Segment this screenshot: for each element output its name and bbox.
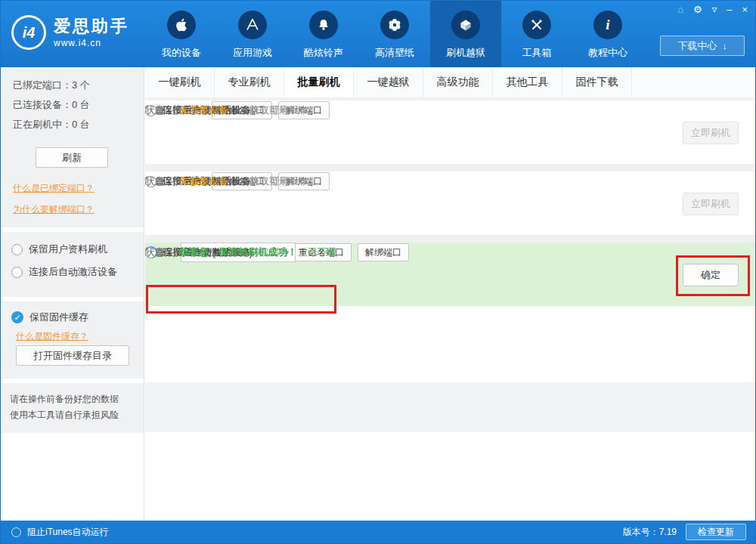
close-icon[interactable]: ×: [742, 4, 748, 16]
nav-tutorials[interactable]: i 教程中心: [572, 1, 643, 67]
stat-connected-devices: 已连接设备：0 台: [13, 98, 90, 112]
apple-icon: [167, 11, 196, 39]
status-label: 状态：: [145, 175, 175, 188]
skin-icon[interactable]: ▿: [712, 4, 717, 16]
keep-cache-option[interactable]: ✓ 保留固件缓存: [11, 311, 88, 324]
block-itunes-label: 阻止iTunes自动运行: [27, 526, 109, 539]
status-label: 状态：: [145, 246, 175, 259]
port-row-1: 端口： 1号线 重命名端口 解绑端口 固件： 连接设备将自动获取可刷版本 设备：…: [145, 100, 755, 164]
what-is-cache-link[interactable]: 什么是固件缓存？: [16, 330, 88, 343]
port-rows: 端口： 1号线 重命名端口 解绑端口 固件： 连接设备将自动获取可刷版本 设备：…: [145, 97, 755, 306]
status-label: 状态：: [145, 104, 175, 117]
keep-data-radio[interactable]: [11, 244, 23, 255]
open-cache-dir-button[interactable]: 打开固件缓存目录: [16, 345, 129, 366]
bell-icon: [309, 11, 338, 39]
refresh-button[interactable]: 刷新: [36, 147, 108, 168]
status-value: 未连接设备: [179, 104, 228, 117]
nav-wallpapers[interactable]: 高清壁纸: [359, 1, 430, 67]
flash-now-button[interactable]: 立即刷机: [683, 193, 739, 215]
flash-tabs: 一键刷机 专业刷机 批量刷机 一键越狱 高级功能 其他工具 固件下载: [145, 67, 755, 97]
keep-data-option[interactable]: 保留用户资料刷机: [11, 243, 107, 256]
logo-icon: i4: [11, 15, 46, 50]
nav-toolbox[interactable]: 工具箱: [501, 1, 572, 67]
nav-my-devices[interactable]: 我的设备: [146, 1, 217, 67]
auto-activate-option[interactable]: 连接后自动激活设备: [11, 265, 117, 279]
gear-icon[interactable]: ⚙: [693, 4, 702, 16]
appstore-icon: [238, 11, 267, 39]
stat-flashing-count: 正在刷机中：0 台: [13, 118, 90, 131]
tab-one-click-jailbreak[interactable]: 一键越狱: [354, 67, 423, 97]
backup-warning-text: 请在操作前备份好您的数据 使用本工具请自行承担风险: [10, 391, 119, 423]
tab-advanced-functions[interactable]: 高级功能: [423, 67, 493, 97]
window-controls: ⌂ ⚙ ▿ – ×: [677, 4, 748, 16]
tab-batch-flash[interactable]: 批量刷机: [284, 67, 354, 97]
keep-data-label: 保留用户资料刷机: [29, 243, 107, 256]
main-content: 端口： 1号线 重命名端口 解绑端口 固件： 连接设备将自动获取可刷版本 设备：…: [145, 97, 755, 521]
nav-label: 教程中心: [588, 46, 627, 60]
sidebar-stats-section: 已绑定端口：3 个 已连接设备：0 台 正在刷机中：0 台 刷新 什么是已绑定端…: [1, 67, 144, 227]
flash-now-button[interactable]: 立即刷机: [683, 122, 739, 144]
port-row-2: 端口： 2号线 重命名端口 解绑端口 固件： 连接设备将自动获取可刷版本 设备：…: [145, 172, 755, 235]
confirm-button[interactable]: 确定: [683, 264, 739, 286]
app-url: www.i4.cn: [54, 38, 129, 48]
download-arrow-icon: ↓: [722, 40, 727, 51]
version-text: 版本号：7.19: [623, 526, 677, 539]
info-icon: i: [593, 11, 622, 39]
check-update-button[interactable]: 检查更新: [686, 524, 746, 540]
sidebar-cache-section: ✓ 保留固件缓存 什么是固件缓存？ 打开固件缓存目录: [1, 301, 144, 379]
sidebar: 已绑定端口：3 个 已连接设备：0 台 正在刷机中：0 台 刷新 什么是已绑定端…: [1, 67, 144, 521]
app-title: 爱思助手: [54, 17, 129, 36]
app-window: i4 爱思助手 www.i4.cn 我的设备 应用游戏: [0, 0, 756, 544]
keep-cache-checked-radio[interactable]: ✓: [11, 311, 23, 323]
block-itunes-option[interactable]: 阻止iTunes自动运行: [1, 526, 144, 539]
tab-pro-flash[interactable]: 专业刷机: [215, 67, 284, 97]
nav-flash-jailbreak[interactable]: 刷机越狱: [430, 1, 501, 67]
main-nav: 我的设备 应用游戏 酷炫铃声 高清壁纸: [146, 1, 643, 67]
flower-icon: [380, 11, 409, 39]
why-unbind-port-link[interactable]: 为什么要解绑端口？: [13, 203, 94, 216]
nav-label: 应用游戏: [233, 46, 272, 60]
block-itunes-radio[interactable]: [11, 527, 21, 537]
keep-cache-label: 保留固件缓存: [29, 311, 88, 324]
nav-label: 工具箱: [522, 46, 552, 60]
download-center-button[interactable]: 下载中心 ↓: [660, 36, 745, 56]
home-icon[interactable]: ⌂: [677, 4, 683, 16]
what-is-bound-port-link[interactable]: 什么是已绑定端口？: [13, 182, 94, 195]
status-value: 恭喜您，保资料刷机成功！: [179, 246, 297, 259]
tab-one-click-flash[interactable]: 一键刷机: [145, 67, 215, 97]
status-value: 未连接设备: [179, 175, 228, 188]
tab-firmware-download[interactable]: 固件下载: [562, 67, 632, 97]
sidebar-options-section: 保留用户资料刷机 连接后自动激活设备: [1, 232, 144, 297]
nav-label: 高清壁纸: [375, 46, 414, 60]
footer-bar: 阻止iTunes自动运行 版本号：7.19 检查更新: [1, 521, 755, 543]
nav-label: 酷炫铃声: [304, 46, 343, 60]
nav-apps-games[interactable]: 应用游戏: [217, 1, 288, 67]
tools-icon: [522, 11, 551, 39]
download-center-label: 下载中心: [677, 39, 717, 53]
background-band: [145, 382, 755, 432]
port-row-3: 端口： Port_#0003.Hub_#0004 重命名端口 解绑端口 固件： …: [145, 243, 755, 306]
nav-ringtones[interactable]: 酷炫铃声: [288, 1, 359, 67]
stat-bound-ports: 已绑定端口：3 个: [13, 79, 90, 92]
package-icon: [451, 11, 480, 39]
app-logo: i4 爱思助手 www.i4.cn: [11, 15, 129, 50]
nav-label: 我的设备: [162, 46, 201, 60]
auto-activate-label: 连接后自动激活设备: [29, 265, 117, 279]
minimize-icon[interactable]: –: [727, 4, 732, 16]
nav-label: 刷机越狱: [446, 46, 485, 60]
header-bar: i4 爱思助手 www.i4.cn 我的设备 应用游戏: [1, 1, 755, 67]
sidebar-warning-section: 请在操作前备份好您的数据 使用本工具请自行承担风险: [1, 383, 144, 433]
auto-activate-radio[interactable]: [11, 267, 23, 278]
tab-other-tools[interactable]: 其他工具: [493, 67, 562, 97]
